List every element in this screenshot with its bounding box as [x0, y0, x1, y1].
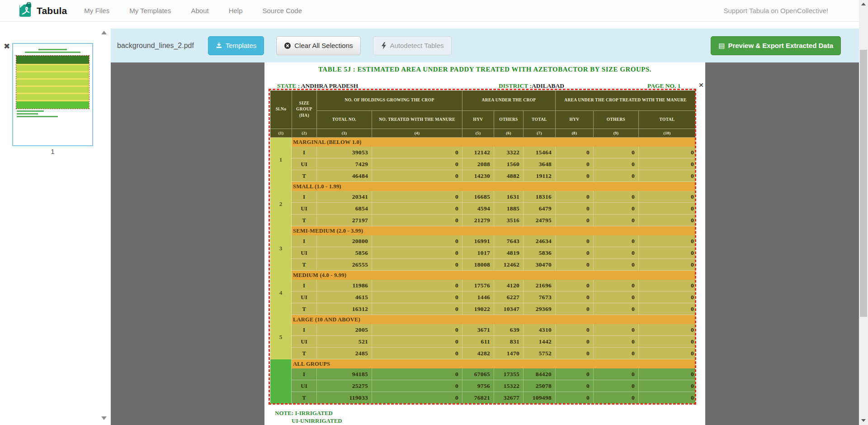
scrollbar-thumb[interactable] [860, 50, 867, 317]
state-label: STATE : [277, 82, 300, 89]
support-link[interactable]: Support Tabula on OpenCollective! [723, 7, 828, 14]
templates-label: Templates [226, 42, 256, 49]
table-selection-box[interactable] [269, 89, 696, 405]
save-template-icon [216, 42, 222, 49]
selection-close-icon[interactable]: ✕ [698, 81, 704, 89]
note-line-1: NOTE: I-IRRIGATED [275, 410, 333, 417]
pdf-canvas[interactable]: TABLE 5J : ESTIMATED AREA UNDER PADDY TR… [111, 62, 859, 425]
templates-button[interactable]: Templates [208, 36, 264, 55]
toolbar: background_lines_2.pdf Templates Clear A… [111, 29, 859, 62]
state-value: ANDHRA PRADESH [301, 82, 358, 89]
autodetect-tables-button[interactable]: Autodetect Tables [373, 36, 452, 55]
note-line-2: UI-UNIRRIGATED [292, 417, 342, 425]
brand[interactable]: Tabula [19, 2, 67, 19]
district-label: DISTRICT : [499, 82, 532, 89]
tabula-pdf-logo-icon [19, 2, 32, 19]
page-number-label: 1 [12, 148, 93, 155]
nav-about[interactable]: About [191, 7, 208, 14]
vertical-scrollbar[interactable] [859, 0, 868, 425]
sidebar-scroll-down-icon[interactable] [101, 416, 107, 420]
pdf-page[interactable]: TABLE 5J : ESTIMATED AREA UNDER PADDY TR… [264, 62, 705, 425]
preview-export-button[interactable]: ▤ Preview & Export Extracted Data [711, 36, 841, 55]
document-table-title: TABLE 5J : ESTIMATED AREA UNDER PADDY TR… [264, 66, 705, 73]
clear-all-selections-label: Clear All Selections [294, 42, 353, 49]
page-sidebar: ✖ 1 [0, 22, 111, 425]
thumbnail-preview [13, 44, 92, 117]
clear-all-selections-button[interactable]: Clear All Selections [276, 36, 360, 55]
nav-help[interactable]: Help [229, 7, 243, 14]
preview-export-label: Preview & Export Extracted Data [728, 42, 833, 49]
navbar: Tabula My Files My Templates About Help … [0, 0, 868, 22]
page-thumbnail[interactable] [12, 43, 93, 146]
nav-my-files[interactable]: My Files [84, 7, 109, 14]
nav-my-templates[interactable]: My Templates [129, 7, 171, 14]
autodetect-tables-label: Autodetect Tables [390, 42, 444, 49]
nav-links: My Files My Templates About Help Source … [84, 7, 322, 14]
document-filename: background_lines_2.pdf [117, 42, 194, 50]
remove-page-icon[interactable]: ✖ [4, 42, 10, 51]
scroll-down-icon[interactable] [861, 419, 866, 422]
app-title: Tabula [37, 5, 67, 16]
lightning-bolt-icon [381, 42, 387, 49]
nav-source-code[interactable]: Source Code [263, 7, 302, 14]
scroll-up-icon[interactable] [861, 3, 866, 5]
sidebar-scroll-up-icon[interactable] [101, 31, 107, 34]
table-list-icon: ▤ [718, 42, 725, 50]
remove-circle-icon [284, 42, 291, 49]
district-value: ADILABAD [532, 82, 564, 89]
